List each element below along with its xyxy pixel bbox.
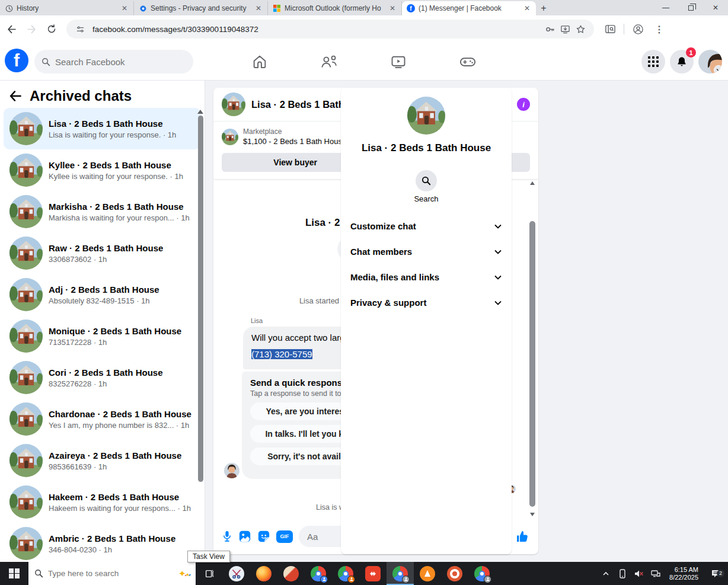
watch-icon[interactable] <box>390 53 407 70</box>
profile-avatar[interactable] <box>698 50 722 73</box>
tray-expand-icon[interactable] <box>599 570 612 577</box>
gif-icon[interactable]: GIF <box>276 530 293 543</box>
customize-chat-row[interactable]: Customize chat <box>341 213 512 239</box>
tab-close-icon[interactable]: ✕ <box>388 4 397 12</box>
back-icon[interactable] <box>2 20 20 38</box>
tab-close-icon[interactable]: ✕ <box>120 4 129 12</box>
chat-list-item[interactable]: Chardonae · 2 Beds 1 Bath House Yes I am… <box>4 398 201 440</box>
privacy-support-row[interactable]: Privacy & support <box>341 290 512 315</box>
house-avatar <box>9 154 43 187</box>
reload-icon[interactable] <box>43 20 60 38</box>
chat-title: Azaireya · 2 Beds 1 Bath House <box>49 450 181 461</box>
gaming-icon[interactable] <box>459 53 477 70</box>
chrome-profile3-icon[interactable] <box>468 562 496 585</box>
chevron-down-icon <box>494 222 502 231</box>
scroll-up-icon[interactable] <box>197 110 203 114</box>
facebook-search-input[interactable] <box>55 57 174 67</box>
media-files-links-row[interactable]: Media, files and links <box>341 264 512 290</box>
search-label: Search <box>341 194 512 203</box>
friends-icon[interactable] <box>320 53 338 70</box>
chrome-active-icon[interactable] <box>387 562 414 585</box>
tab-outlook[interactable]: Microsoft Outlook (formerly Ho ✕ <box>268 1 402 15</box>
thumbs-up-icon[interactable] <box>516 529 530 544</box>
conversation-info-icon[interactable]: i <box>517 98 530 111</box>
taskbar-clock[interactable]: 6:15 AM 8/22/2025 <box>666 566 702 581</box>
chat-list-item[interactable]: Cori · 2 Beds 1 Bath House 8325276228 · … <box>4 357 201 398</box>
chat-list-item[interactable]: Monique · 2 Beds 1 Bath House 7135172228… <box>4 315 201 357</box>
task-view-button[interactable] <box>196 562 223 585</box>
chat-members-row[interactable]: Chat members <box>341 239 512 264</box>
tab-history[interactable]: History ✕ <box>0 1 134 15</box>
window-controls: — ✕ <box>653 0 728 15</box>
site-info-icon[interactable] <box>72 21 88 37</box>
back-arrow-icon[interactable] <box>8 89 21 103</box>
apps-grid-icon[interactable] <box>641 50 665 73</box>
install-icon[interactable] <box>557 21 573 37</box>
voice-clip-icon[interactable] <box>222 530 232 543</box>
snipping-tool-icon[interactable] <box>223 562 250 585</box>
house-avatar <box>9 236 43 270</box>
chat-list-item[interactable]: Azaireya · 2 Beds 1 Bath House 985366163… <box>4 440 201 481</box>
ccleaner-icon[interactable] <box>277 562 305 585</box>
chat-list-item[interactable]: Raw · 2 Beds 1 Bath House 3306873602 · 1… <box>4 232 201 274</box>
taskbar-search-input[interactable] <box>48 569 174 578</box>
chat-list-item[interactable]: Ambric · 2 Beds 1 Bath House 346-804-023… <box>4 523 201 564</box>
search-in-conversation-button[interactable] <box>416 170 437 191</box>
attach-image-icon[interactable] <box>238 530 251 543</box>
tab-close-icon[interactable]: ✕ <box>254 4 263 12</box>
taskbar-search[interactable]: ✦•✦•• <box>28 562 196 585</box>
tab-title: Microsoft Outlook (formerly Ho <box>285 4 385 12</box>
start-button[interactable] <box>0 562 28 585</box>
close-button[interactable]: ✕ <box>703 0 728 15</box>
chrome-profile1-icon[interactable] <box>305 562 332 585</box>
chat-preview: 7135172228 · 1h <box>49 338 181 347</box>
copilot-sparkle-icon: ✦•✦•• <box>178 568 190 579</box>
avast-icon[interactable] <box>414 562 441 585</box>
action-center-icon[interactable]: 2 <box>705 569 726 578</box>
chat-scrollbar[interactable] <box>529 181 536 187</box>
bookmark-star-icon[interactable] <box>573 21 588 37</box>
notifications-bell-icon[interactable]: 1 <box>670 50 694 73</box>
url-text[interactable]: facebook.com/messages/t/3033900119048372 <box>92 25 542 34</box>
password-key-icon[interactable] <box>542 21 557 37</box>
chat-list-item[interactable]: Kyllee · 2 Beds 1 Bath House Kyllee is w… <box>4 149 201 191</box>
minimize-button[interactable]: — <box>653 0 678 15</box>
tab-messenger-active[interactable]: f (1) Messenger | Facebook ✕ <box>402 1 536 15</box>
chat-scrollbar-down[interactable] <box>529 511 536 516</box>
search-icon <box>34 569 43 578</box>
chat-list-item[interactable]: Adj · 2 Beds 1 Bath House Absolutely 832… <box>4 274 201 315</box>
chat-preview: 346-804-0230 · 1h <box>49 545 175 554</box>
facebook-logo[interactable]: f <box>5 49 28 72</box>
browser-profile-icon[interactable] <box>630 21 646 37</box>
history-icon <box>5 4 13 12</box>
address-bar[interactable]: facebook.com/messages/t/3033900119048372 <box>66 20 594 39</box>
house-avatar[interactable] <box>222 92 245 116</box>
browser-menu-icon[interactable]: ⋮ <box>652 21 667 37</box>
sidebar-scrollbar[interactable] <box>197 110 203 482</box>
firefox-icon[interactable] <box>250 562 277 585</box>
tab-close-icon[interactable]: ✕ <box>523 4 531 12</box>
chat-list-item[interactable]: Hakeem · 2 Beds 1 Bath House Hakeem is w… <box>4 481 201 523</box>
tab-settings[interactable]: Settings - Privacy and security ✕ <box>134 1 268 15</box>
house-avatar <box>9 402 43 436</box>
house-avatar <box>9 195 43 228</box>
phone-link-icon[interactable] <box>616 569 629 578</box>
forward-icon[interactable] <box>23 20 40 38</box>
chat-scrollbar-thumb[interactable] <box>529 221 535 507</box>
facebook-search[interactable] <box>34 50 193 73</box>
home-icon[interactable] <box>251 53 268 70</box>
sticker-icon[interactable] <box>257 530 270 543</box>
duckduckgo-icon[interactable] <box>441 562 468 585</box>
listing-thumbnail <box>222 129 238 145</box>
chrome-profile2-icon[interactable] <box>332 562 359 585</box>
volume-muted-icon[interactable] <box>633 570 646 578</box>
new-tab-button[interactable]: + <box>536 1 551 15</box>
chat-list-item[interactable]: Lisa · 2 Beds 1 Bath House Lisa is waiti… <box>4 108 201 149</box>
restore-button[interactable] <box>678 0 703 15</box>
network-icon[interactable] <box>649 570 662 578</box>
selected-phone-number[interactable]: (713) 320-5759 <box>251 349 312 359</box>
chat-list-item[interactable]: Markisha · 2 Beds 1 Bath House Markisha … <box>4 191 201 232</box>
red-app-icon[interactable] <box>359 562 387 585</box>
side-panel-search-icon[interactable] <box>602 21 618 37</box>
chat-title: Kyllee · 2 Beds 1 Bath House <box>49 160 183 170</box>
